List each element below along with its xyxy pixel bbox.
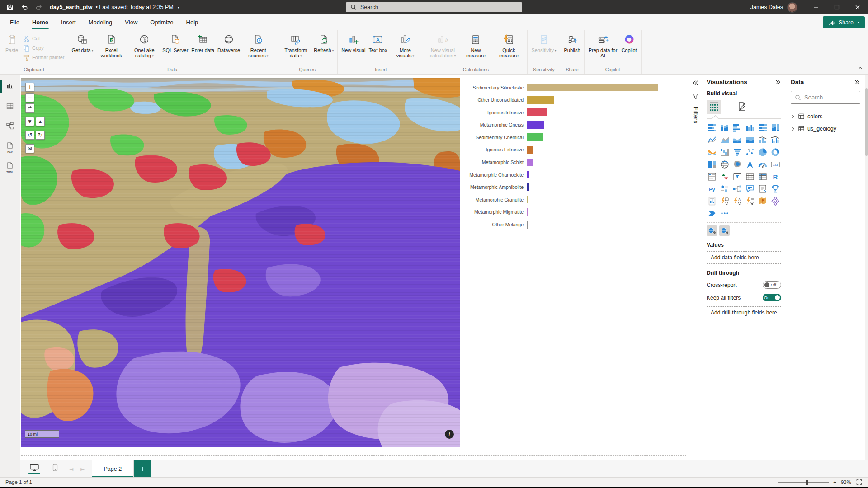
ribbon-button-cut[interactable]: Cut [23, 35, 65, 42]
ribbon-button-get-data[interactable]: Get data▾ [71, 32, 95, 66]
chart-bar[interactable] [527, 159, 533, 166]
chart-bar[interactable] [527, 208, 528, 216]
sidebar-item-table-view[interactable] [0, 100, 20, 113]
desktop-layout-button[interactable] [28, 464, 40, 474]
data-search-input[interactable]: Search [791, 91, 860, 104]
ribbon-button-text-box[interactable]: AText box [367, 32, 388, 66]
zoom-out-control[interactable]: - [772, 479, 774, 485]
chart-bar[interactable] [527, 96, 554, 104]
menu-item-file[interactable]: File [4, 14, 26, 30]
zoom-slider[interactable] [778, 482, 829, 483]
visual-type-table-icon[interactable] [745, 171, 755, 182]
visual-type-custom-visual-2-icon[interactable] [719, 225, 730, 236]
account-menu[interactable]: James Dales [750, 2, 797, 13]
collapse-ribbon-icon[interactable] [857, 66, 863, 70]
visual-type-text-slicer-icon[interactable]: A [732, 196, 742, 206]
menu-item-insert[interactable]: Insert [55, 14, 82, 30]
map-reset-extent-button[interactable]: ⊠ [25, 144, 34, 153]
visual-type-azure-map-icon[interactable] [745, 159, 755, 169]
visual-type-button-slicer-icon[interactable] [719, 196, 730, 206]
visual-type-multi-row-card-icon[interactable] [707, 171, 717, 182]
fit-to-page-icon[interactable] [856, 479, 863, 485]
expand-filters-icon[interactable] [692, 80, 699, 86]
scrollbar-thumb[interactable] [865, 88, 868, 156]
new-page-button[interactable]: + [134, 460, 151, 477]
map-tilt-down-button[interactable]: ▼ [25, 117, 34, 126]
collapse-data-icon[interactable] [854, 80, 860, 85]
map-rotate-ccw-button[interactable]: ↺ [25, 131, 34, 140]
sidebar-item-tmdl-view[interactable]: TMDL [0, 160, 20, 172]
zoom-slider-thumb[interactable] [806, 480, 808, 485]
cross-report-toggle[interactable]: Off [763, 281, 781, 289]
ribbon-button-sensitivity[interactable]: Sensitivity▾ [530, 32, 557, 66]
ribbon-button-recent-sources[interactable]: Recent sources▾ [242, 32, 274, 66]
close-button[interactable] [847, 0, 868, 14]
menu-item-optimize[interactable]: Optimize [144, 14, 179, 30]
chart-bar[interactable] [527, 196, 528, 203]
format-visual-tab[interactable] [735, 100, 749, 114]
map-zoom-in-button[interactable]: + [25, 83, 34, 92]
chart-bar[interactable] [527, 171, 529, 178]
visual-type-metrics-icon[interactable] [770, 183, 780, 194]
values-field-well[interactable]: Add data fields here [707, 251, 781, 264]
visual-type-donut-chart-icon[interactable] [770, 147, 780, 157]
minimize-button[interactable] [806, 0, 826, 14]
ribbon-button-prep-copilot[interactable]: Prep data for AI [587, 32, 619, 66]
visual-type-gauge-icon[interactable] [757, 159, 768, 169]
ribbon-button-quick-measure[interactable]: Quick measure [492, 32, 525, 66]
visual-type-kpi-icon[interactable] [719, 171, 730, 182]
build-visual-tab[interactable] [707, 100, 721, 114]
visual-type-funnel-chart-icon[interactable] [732, 147, 742, 157]
visual-type-waterfall-chart-icon[interactable] [719, 147, 730, 157]
undo-icon[interactable] [21, 4, 28, 11]
map-rotate-cw-button[interactable]: ↻ [36, 131, 45, 140]
ribbon-button-format-painter[interactable]: Format painter [23, 54, 65, 61]
ribbon-button-dataverse[interactable]: Dataverse [216, 32, 241, 66]
ribbon-button-refresh[interactable]: Refresh▾ [312, 32, 335, 66]
ribbon-button-paste[interactable]: Paste [2, 32, 21, 66]
report-canvas[interactable]: + − ▼ ▲ ↺ ↻ ⊠ 10 mi i Sedimentary Silici… [20, 75, 689, 460]
visual-type-list-slicer-icon[interactable] [745, 196, 755, 206]
data-table-colors[interactable]: colors [791, 110, 860, 122]
chart-bar[interactable] [527, 183, 529, 191]
visual-type-100-stacked-bar-chart-icon[interactable] [757, 122, 768, 133]
visual-type-ribbon-chart-icon[interactable] [707, 147, 717, 157]
maximize-button[interactable] [826, 0, 847, 14]
visual-type-scatter-chart-icon[interactable] [745, 147, 755, 157]
save-icon[interactable] [6, 4, 14, 11]
redo-icon[interactable] [35, 4, 42, 11]
visual-type-custom-visual-1-icon[interactable] [707, 225, 717, 236]
visual-type-pie-chart-icon[interactable] [757, 147, 768, 157]
ribbon-button-publish[interactable]: Publish [562, 32, 581, 66]
chart-bar[interactable] [527, 146, 533, 154]
chart-bar[interactable] [527, 221, 528, 229]
sidebar-item-report-view[interactable] [0, 80, 20, 93]
visual-type-matrix-icon[interactable] [757, 171, 768, 182]
ribbon-button-new-visual-calculation[interactable]: fxNew visual calculation▾ [426, 32, 459, 66]
visual-type-qa-visual-icon[interactable] [745, 183, 755, 194]
chart-bar[interactable] [527, 133, 543, 141]
menu-item-help[interactable]: Help [180, 14, 205, 30]
map-zoom-out-button[interactable]: − [25, 93, 34, 102]
visual-type-line-chart-icon[interactable] [707, 135, 717, 145]
chart-bar[interactable] [527, 121, 544, 129]
visual-type-power-automate-icon[interactable] [707, 208, 717, 218]
visual-type-decomposition-tree-icon[interactable] [732, 183, 742, 194]
menu-item-view[interactable]: View [118, 14, 144, 30]
visual-type-more-visual-options-icon[interactable] [719, 208, 730, 218]
visual-type-treemap-icon[interactable] [707, 159, 717, 169]
drill-through-field-well[interactable]: Add drill-through fields here [707, 306, 781, 319]
visual-type-100-stacked-area-chart-icon[interactable] [745, 135, 755, 145]
visual-type-key-influencers-icon[interactable] [719, 183, 730, 194]
chart-bar[interactable] [527, 84, 658, 91]
ribbon-button-new-measure[interactable]: New measure [459, 32, 492, 66]
visual-type-templates-visual-icon[interactable] [770, 196, 780, 206]
geology-terrain-map-visual[interactable]: + − ▼ ▲ ↺ ↻ ⊠ 10 mi i [21, 78, 460, 447]
ribbon-button-onelake-catalog[interactable]: OneLake catalog▾ [128, 32, 160, 66]
visual-type-line-and-clustered-column-chart-icon[interactable] [770, 135, 780, 145]
ribbon-button-more-visuals[interactable]: More visuals▾ [389, 32, 421, 66]
data-table-us_geology[interactable]: us_geology [791, 122, 860, 135]
visual-type-clustered-bar-chart-icon[interactable] [732, 122, 742, 133]
share-button[interactable]: Share ▾ [823, 16, 865, 28]
chevron-right-icon[interactable] [791, 114, 795, 119]
